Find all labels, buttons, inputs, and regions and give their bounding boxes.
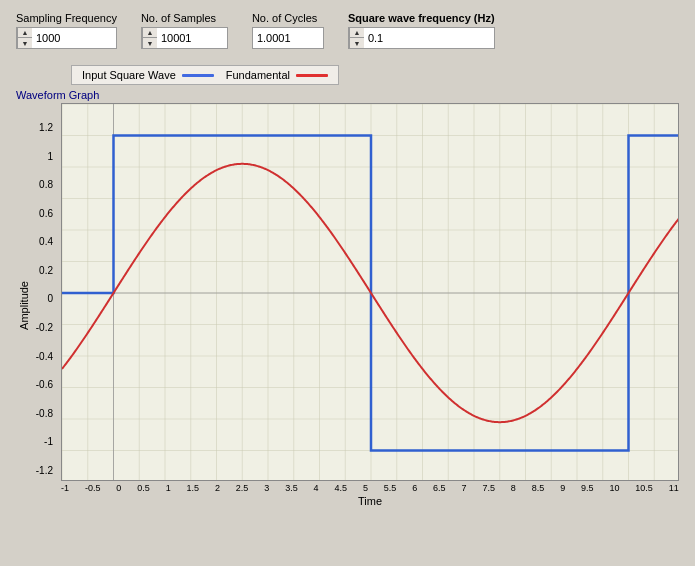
- num-samples-label: No. of Samples: [141, 12, 228, 24]
- sampling-freq-input[interactable]: [32, 28, 92, 48]
- legend-blue-line: [182, 74, 214, 77]
- legend-red-line: [296, 74, 328, 77]
- num-samples-spinner[interactable]: ▲ ▼: [141, 27, 228, 49]
- sampling-freq-up[interactable]: ▲: [18, 28, 32, 38]
- num-cycles-group: No. of Cycles: [252, 12, 324, 49]
- num-samples-input[interactable]: [157, 28, 227, 48]
- graph-with-yaxis: Amplitude 1.2 1 0.8 0.6 0.4 0.2 0 -0.2 -…: [16, 103, 679, 507]
- graph-section: Input Square Wave Fundamental Waveform G…: [16, 65, 679, 507]
- sq-freq-label: Square wave frequency (Hz): [348, 12, 495, 24]
- num-cycles-label: No. of Cycles: [252, 12, 324, 24]
- legend-input-square-wave: Input Square Wave: [82, 69, 214, 81]
- sampling-freq-spinner[interactable]: ▲ ▼: [16, 27, 117, 49]
- num-samples-down[interactable]: ▼: [143, 38, 157, 48]
- sq-freq-spinner[interactable]: ▲ ▼: [348, 27, 495, 49]
- controls-row: Sampling Frequency ▲ ▼ No. of Samples ▲ …: [16, 12, 679, 49]
- sq-freq-up[interactable]: ▲: [350, 28, 364, 38]
- legend-container: Input Square Wave Fundamental: [71, 65, 339, 85]
- num-cycles-spinner[interactable]: [252, 27, 324, 49]
- sampling-freq-label: Sampling Frequency: [16, 12, 117, 24]
- graph-title: Waveform Graph: [16, 89, 99, 101]
- sq-freq-down[interactable]: ▼: [350, 38, 364, 48]
- sampling-freq-group: Sampling Frequency ▲ ▼: [16, 12, 117, 49]
- num-samples-group: No. of Samples ▲ ▼: [141, 12, 228, 49]
- num-cycles-input[interactable]: [253, 28, 323, 48]
- sq-freq-input[interactable]: [364, 28, 404, 48]
- legend-fundamental: Fundamental: [226, 69, 328, 81]
- sampling-freq-up-down[interactable]: ▲ ▼: [17, 28, 32, 48]
- y-axis-label: Amplitude: [16, 281, 32, 330]
- num-samples-up-down[interactable]: ▲ ▼: [142, 28, 157, 48]
- graph-canvas: [61, 103, 679, 481]
- x-axis-label: Time: [61, 495, 679, 507]
- sampling-freq-down[interactable]: ▼: [18, 38, 32, 48]
- graph-wrapper: -1 -0.5 0 0.5 1 1.5 2 2.5 3 3.5 4 4.5 5 …: [61, 103, 679, 507]
- num-samples-up[interactable]: ▲: [143, 28, 157, 38]
- legend-fund-label: Fundamental: [226, 69, 290, 81]
- sq-freq-up-down[interactable]: ▲ ▼: [349, 28, 364, 48]
- sq-freq-group: Square wave frequency (Hz) ▲ ▼: [348, 12, 495, 49]
- legend-input-label: Input Square Wave: [82, 69, 176, 81]
